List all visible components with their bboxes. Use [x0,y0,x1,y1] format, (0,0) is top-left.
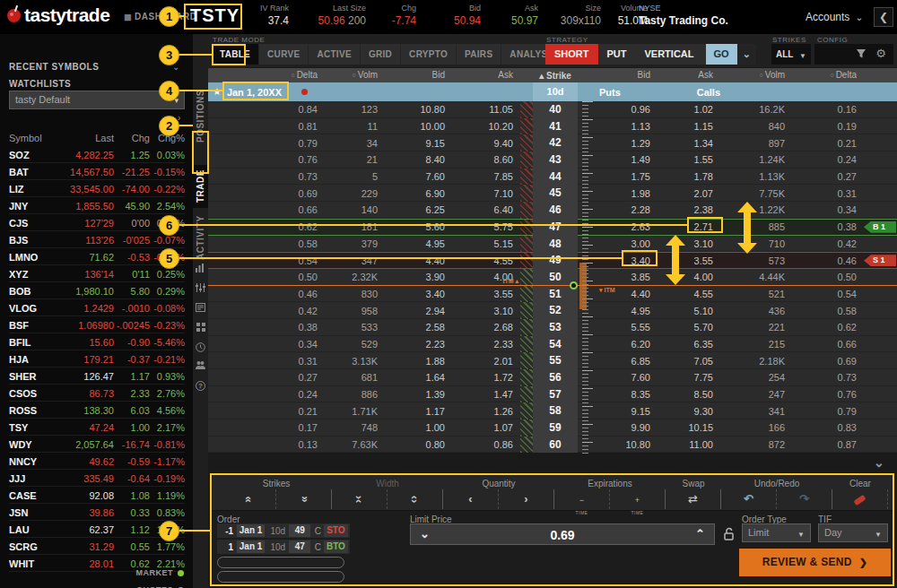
call-volm-cell[interactable]: 748 [323,422,383,433]
chain-row-strike-54[interactable]: 0.345292.232.33546.206.352150.66 [208,336,897,353]
watchlist-row-case[interactable]: CASE92.081.081.19% [9,487,185,504]
put-delta-cell[interactable]: 0.66 [790,339,862,350]
put-bid-cell[interactable]: 1.13 [594,121,656,132]
strike-cell[interactable]: 55 [533,352,578,369]
swap-icon[interactable]: ⇄ [666,489,721,509]
call-bid-cell[interactable]: 0.80 [383,439,450,450]
redo-icon[interactable]: ↷ [777,489,832,509]
put-ask-cell[interactable]: 4.55 [656,289,718,299]
strike-cell[interactable]: 53 [533,319,578,336]
leg-expiration[interactable]: Jan 1 [237,524,265,537]
chain-row-strike-52[interactable]: 0.429582.943.10524.955.104360.58 [208,302,897,319]
watchlist-row-nncy[interactable]: NNCY49.62-0.59-1.17% [9,453,185,470]
qty-right-icon[interactable]: › [499,489,554,509]
empty-leg-slot[interactable] [217,557,344,568]
put-delta-cell[interactable]: 0.16 [790,104,862,115]
call-volm-cell[interactable]: 958 [323,306,383,316]
call-volm-cell[interactable]: 181 [323,221,383,232]
chain-row-strike-46[interactable]: 0.661406.256.40462.282.381.22K0.34 [208,202,897,219]
watchlist-row-wdy[interactable]: WDY2,057.64-16.74-0.81% [9,436,185,453]
clock-icon[interactable] [195,342,206,354]
strike-cell[interactable]: 45 [533,185,578,202]
call-delta-cell[interactable]: 0.42 [208,306,323,316]
put-delta-cell[interactable]: 0.73 [790,372,862,383]
put-ask-cell[interactable]: 1.02 [656,104,718,115]
watchlist-row-jny[interactable]: JNY1,855.5045.902.54% [9,197,185,214]
call-ask-cell[interactable]: 3.55 [450,289,518,299]
clear-icon[interactable] [832,489,888,509]
chain-row-strike-42[interactable]: 0.79349.159.40421.291.348970.21 [208,134,897,151]
watchlist-row-sher[interactable]: SHER126.471.170.93% [9,368,185,385]
put-delta-cell[interactable]: 0.34 [790,204,862,215]
call-bid-cell[interactable]: 3.90 [383,272,450,282]
chain-row-strike-55[interactable]: 0.313.13K1.882.01556.857.052.18K0.69 [208,352,897,369]
call-volm-cell[interactable]: 681 [323,372,383,383]
put-bid-cell[interactable]: 5.55 [594,322,656,333]
put-volm-cell[interactable]: 521 [718,289,790,299]
mode-tab-grid[interactable]: GRID [361,44,401,65]
expiration-row[interactable]: ★ Jan 1, 20XX Calls 10d Puts [208,82,897,101]
put-delta-cell[interactable]: 0.50 [790,272,862,282]
put-volm-cell[interactable]: 436 [718,306,790,316]
watchlist-row-jjj[interactable]: JJJ335.49-0.64-0.19% [9,470,185,487]
put-bid-cell[interactable]: 6.85 [594,356,656,367]
call-volm-cell[interactable]: 5 [323,171,383,182]
put-ask-cell[interactable]: 1.78 [656,171,718,182]
chain-row-strike-53[interactable]: 0.385332.582.68535.555.702210.62 [208,319,897,336]
leg-expiration[interactable]: Jan 1 [237,540,265,553]
strategy-put-button[interactable]: PUT [598,44,636,65]
put-delta-cell[interactable]: 0.46 [790,255,862,266]
put-ask-cell[interactable]: 5.10 [656,306,718,316]
watchlist-row-bfil[interactable]: BFIL15.60-0.90-5.46% [9,333,185,350]
put-bid-cell[interactable]: 9.15 [594,406,656,417]
col-header-call-ask[interactable]: Ask [450,68,518,82]
mode-tab-pairs[interactable]: PAIRS [457,44,501,65]
put-bid-cell[interactable]: 4.95 [594,306,656,316]
sliders-icon[interactable] [195,283,206,294]
filter-icon[interactable] [856,48,867,59]
call-volm-cell[interactable]: 2.32K [323,272,383,282]
watchlist-col-chg[interactable]: Chg [114,133,150,143]
put-volm-cell[interactable]: 341 [718,406,790,417]
put-delta-cell[interactable]: 0.69 [790,356,862,367]
call-ask-cell[interactable]: 3.10 [450,306,518,316]
call-volm-cell[interactable]: 379 [323,238,383,249]
col-header-put-ask[interactable]: Ask [656,68,718,82]
star-icon[interactable]: ★ [213,86,222,98]
put-bid-cell[interactable]: 1.29 [594,138,656,149]
strikes-filter-select[interactable]: ALL▼ [771,44,811,65]
put-ask-cell[interactable]: 7.05 [656,356,718,367]
leg-strike[interactable]: 49 [289,524,310,537]
watchlist-row-ross[interactable]: ROSS138.306.034.56% [9,402,185,419]
empty-leg-slot[interactable] [217,571,344,583]
call-volm-cell[interactable]: 123 [323,104,383,115]
put-delta-cell[interactable]: 0.24 [790,154,862,165]
grid-icon[interactable] [195,323,206,333]
tastytrade-logo[interactable]: tastytrade [7,4,109,26]
chain-row-strike-58[interactable]: 0.211.71K1.171.26589.159.303410.79 [208,402,897,419]
qty-left-icon[interactable]: ‹ [443,489,499,509]
call-volm-cell[interactable]: 886 [323,389,383,400]
call-ask-cell[interactable]: 0.86 [450,439,518,450]
col-header-call-volm[interactable]: ○Volm [323,68,383,82]
put-volm-cell[interactable]: 1.13K [718,171,790,182]
call-ask-cell[interactable]: 1.47 [450,389,518,400]
mode-tab-crypto[interactable]: CRYPTO [401,44,457,65]
watchlist-row-bob[interactable]: BOB1,980.105.800.29% [9,282,185,299]
call-delta-cell[interactable]: 0.73 [208,171,323,182]
strike-cell[interactable]: 49 [533,252,578,269]
watchlist-row-hja[interactable]: HJA179.21-0.37-0.21% [9,350,185,368]
chain-row-strike-44[interactable]: 0.7357.607.85441.751.781.13K0.27 [208,169,897,186]
call-ask-cell[interactable]: 6.40 [450,204,518,215]
chain-row-strike-45[interactable]: 0.692296.907.10451.982.077.75K0.31 [208,185,897,202]
scroll-down-chevron[interactable]: ⌄ [874,455,884,470]
call-delta-cell[interactable]: 0.24 [208,389,323,400]
call-ask-cell[interactable]: 2.68 [450,322,518,333]
call-delta-cell[interactable]: 0.17 [208,422,323,433]
call-ask-cell[interactable]: 9.40 [450,138,518,149]
call-ask-cell[interactable]: 11.05 [450,104,518,115]
put-bid-cell[interactable]: 7.60 [594,372,656,383]
undo-icon[interactable]: ↶ [721,489,777,509]
watchlist-row-jsn[interactable]: JSN39.860.330.83% [9,504,185,521]
watchlist-col-last[interactable]: Last [57,133,114,143]
